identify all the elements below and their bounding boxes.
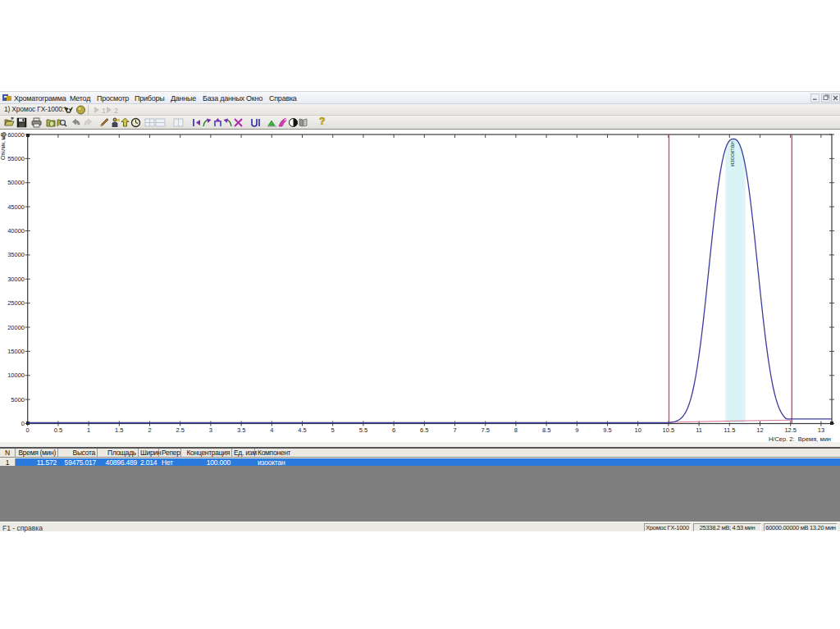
svg-text:4: 4	[270, 426, 273, 434]
svg-text:9: 9	[575, 426, 578, 434]
svg-text:0: 0	[21, 420, 25, 427]
svg-text:13: 13	[818, 426, 824, 434]
svg-text:9.5: 9.5	[603, 426, 611, 434]
svg-text:3: 3	[209, 426, 212, 434]
svg-text:3.5: 3.5	[237, 426, 245, 434]
svg-text:15000: 15000	[7, 348, 25, 355]
svg-text:0: 0	[26, 426, 30, 434]
svg-text:55000: 55000	[7, 155, 25, 162]
svg-text:12: 12	[756, 426, 763, 434]
svg-text:5.5: 5.5	[359, 426, 368, 434]
svg-text:7.5: 7.5	[481, 426, 489, 434]
svg-text:10000: 10000	[7, 371, 25, 379]
svg-text:1.5: 1.5	[115, 426, 123, 434]
svg-text:60000: 60000	[7, 131, 25, 139]
svg-text:2: 2	[148, 426, 151, 434]
svg-text:5000: 5000	[11, 396, 25, 403]
svg-text:8: 8	[514, 426, 518, 434]
svg-text:6.5: 6.5	[420, 426, 428, 434]
svg-text:2.5: 2.5	[176, 426, 184, 434]
svg-text:1: 1	[87, 426, 90, 434]
svg-text:50000: 50000	[7, 179, 25, 186]
svg-text:2: 2	[114, 107, 118, 115]
svg-text:30000: 30000	[7, 276, 25, 283]
svg-text:25000: 25000	[7, 299, 25, 307]
svg-text:20000: 20000	[7, 324, 25, 331]
svg-text:изооктан: изооктан	[728, 141, 736, 166]
svg-text:6: 6	[392, 426, 395, 434]
svg-text:11.5: 11.5	[724, 426, 735, 434]
svg-text:35000: 35000	[7, 251, 25, 258]
svg-text:4.5: 4.5	[298, 426, 306, 434]
svg-text:0.5: 0.5	[54, 426, 62, 434]
svg-text:40000: 40000	[7, 227, 25, 235]
svg-text:10: 10	[635, 426, 641, 434]
svg-text:10.5: 10.5	[663, 426, 675, 434]
svg-text:12.5: 12.5	[784, 426, 797, 434]
svg-text:5: 5	[331, 426, 335, 434]
svg-text:7: 7	[453, 426, 456, 434]
svg-text:8.5: 8.5	[542, 426, 550, 434]
svg-text:45000: 45000	[7, 203, 25, 211]
svg-text:11: 11	[696, 426, 702, 434]
